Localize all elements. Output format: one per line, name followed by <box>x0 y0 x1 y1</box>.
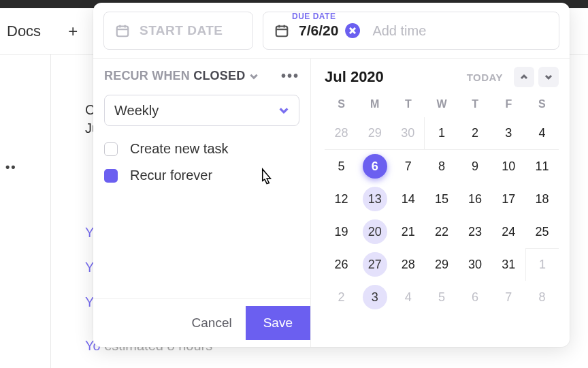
frequency-select[interactable]: Weekly <box>104 95 299 126</box>
calendar-dow: T <box>391 94 425 114</box>
calendar-day[interactable]: 2 <box>459 117 492 150</box>
calendar-day[interactable]: 10 <box>492 150 525 183</box>
create-new-task-label: Create new task <box>130 141 229 157</box>
calendar-day[interactable]: 28 <box>391 248 425 281</box>
calendar-day[interactable]: 22 <box>425 215 458 248</box>
calendar-day[interactable]: 7 <box>492 281 525 313</box>
calendar-day[interactable]: 25 <box>525 215 559 248</box>
calendar-day[interactable]: 29 <box>358 117 391 150</box>
calendar-day[interactable]: 26 <box>325 248 358 281</box>
calendar-day[interactable]: 13 <box>358 183 391 215</box>
calendar-day[interactable]: 19 <box>325 215 358 248</box>
calendar-day[interactable]: 16 <box>459 183 492 215</box>
calendar-day[interactable]: 6 <box>459 281 492 313</box>
start-date-placeholder: START DATE <box>140 23 223 38</box>
recur-forever-label: Recur forever <box>130 168 212 183</box>
calendar-day[interactable]: 7 <box>391 150 425 183</box>
svg-rect-0 <box>117 27 129 37</box>
create-new-task-option[interactable]: Create new task <box>93 136 310 162</box>
calendar-day[interactable]: 6 <box>358 150 391 183</box>
calendar-day[interactable]: 27 <box>358 248 391 281</box>
calendar-today-button[interactable]: TODAY <box>467 72 503 83</box>
calendar-dow: W <box>425 94 458 114</box>
recur-forever-option[interactable]: Recur forever <box>93 162 310 189</box>
calendar-prev-button[interactable] <box>514 67 534 87</box>
calendar-day[interactable]: 20 <box>358 215 391 248</box>
calendar-day[interactable]: 4 <box>525 117 559 150</box>
cancel-button[interactable]: Cancel <box>178 306 246 340</box>
calendar-day[interactable]: 24 <box>492 215 525 248</box>
calendar-day[interactable]: 3 <box>358 281 391 313</box>
calendar-day[interactable]: 1 <box>425 117 458 150</box>
more-icon[interactable]: •• <box>5 160 17 174</box>
calendar-day[interactable]: 30 <box>391 117 425 150</box>
calendar-day[interactable]: 14 <box>391 183 425 215</box>
chevron-down-icon <box>544 73 553 81</box>
calendar-day[interactable]: 17 <box>492 183 525 215</box>
due-date-field[interactable]: DUE DATE 7/6/20 Add time <box>263 12 559 50</box>
checkbox-checked-icon[interactable] <box>104 169 118 183</box>
calendar-day[interactable]: 11 <box>525 150 559 183</box>
recur-when-label[interactable]: RECUR WHEN CLOSED <box>104 69 245 83</box>
calendar-dow: S <box>525 94 559 114</box>
calendar-day[interactable]: 21 <box>391 215 425 248</box>
close-icon <box>349 27 356 34</box>
calendar-next-button[interactable] <box>538 67 559 87</box>
calendar-day[interactable]: 12 <box>325 183 358 215</box>
due-date-label: DUE DATE <box>292 12 336 21</box>
recur-more-button[interactable]: ••• <box>281 68 299 84</box>
calendar-day[interactable]: 18 <box>525 183 559 215</box>
calendar-dow: F <box>492 94 525 114</box>
plus-icon[interactable]: + <box>68 22 78 41</box>
chevron-down-icon[interactable] <box>249 72 259 81</box>
calendar-dow: M <box>358 94 391 114</box>
calendar-day[interactable]: 5 <box>425 281 458 313</box>
add-time-button[interactable]: Add time <box>372 23 426 39</box>
calendar-day[interactable]: 23 <box>459 215 492 248</box>
calendar-day[interactable]: 28 <box>325 117 358 150</box>
save-button[interactable]: Save <box>246 306 310 340</box>
calendar-day[interactable]: 8 <box>425 150 458 183</box>
due-date-value: 7/6/20 <box>299 22 338 39</box>
docs-label: Docs <box>7 22 41 40</box>
calendar-icon <box>115 23 130 38</box>
calendar-day[interactable]: 9 <box>459 150 492 183</box>
calendar-month-label: Jul 2020 <box>325 68 384 86</box>
calendar-day[interactable]: 8 <box>525 281 559 313</box>
date-recurrence-modal: START DATE DUE DATE 7/6/20 Add time RECU… <box>93 3 570 347</box>
frequency-value: Weekly <box>114 103 159 119</box>
start-date-field[interactable]: START DATE <box>103 12 253 50</box>
svg-rect-1 <box>276 27 288 37</box>
calendar-day[interactable]: 2 <box>325 281 358 313</box>
calendar-day[interactable]: 15 <box>425 183 458 215</box>
calendar-day[interactable]: 4 <box>391 281 425 313</box>
chevron-up-icon <box>520 73 528 81</box>
calendar-dow: S <box>325 94 358 114</box>
calendar-day[interactable]: 30 <box>459 248 492 281</box>
calendar-day[interactable]: 29 <box>425 248 458 281</box>
checkbox-unchecked-icon[interactable] <box>104 142 118 156</box>
calendar-day[interactable]: 1 <box>525 248 559 281</box>
calendar-dow: T <box>459 94 492 114</box>
calendar-icon <box>274 23 289 38</box>
clear-due-date-button[interactable] <box>345 23 360 38</box>
calendar-day[interactable]: 3 <box>492 117 525 150</box>
chevron-down-icon <box>278 105 289 116</box>
calendar-day[interactable]: 31 <box>492 248 525 281</box>
calendar-day[interactable]: 5 <box>325 150 358 183</box>
